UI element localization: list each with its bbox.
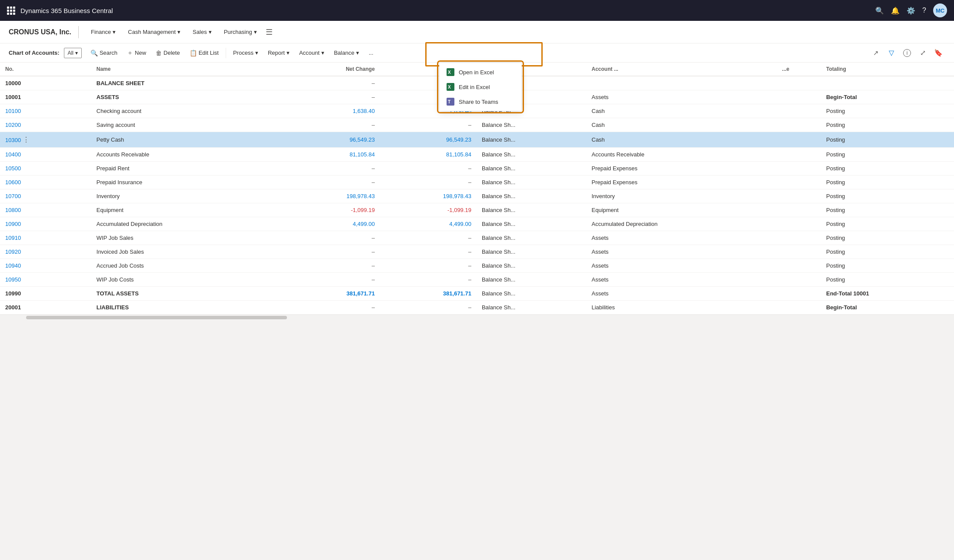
balance-button[interactable]: Balance ▾ [330, 47, 364, 58]
cell-income-ba: Balance Sh... [477, 245, 587, 259]
account-number-link[interactable]: 10700 [5, 193, 21, 199]
balance-value: 81,105.84 [446, 151, 471, 158]
open-in-excel-label: Open in Excel [459, 69, 494, 76]
account-number-link[interactable]: 10100 [5, 108, 21, 114]
cell-no[interactable]: 10400 [0, 148, 91, 162]
cell-no[interactable]: 10800 [0, 203, 91, 217]
account-name: Prepaid Insurance [97, 179, 143, 186]
cell-no[interactable]: 10700 [0, 189, 91, 203]
account-name: Saving account [97, 122, 135, 128]
expand-button[interactable]: ⤢ [916, 46, 930, 60]
cell-no: 10001 [0, 90, 91, 104]
account-number-link[interactable]: 10950 [5, 276, 21, 283]
nav-finance[interactable]: Finance ▾ [86, 26, 121, 38]
share-to-teams-item[interactable]: T Share to Teams [440, 94, 521, 109]
table-row: 10950WIP Job Costs––Balance Sh...AssetsP… [0, 273, 954, 287]
new-btn-icon: ＋ [127, 49, 133, 57]
more-button[interactable]: ... [364, 47, 378, 58]
account-number-link[interactable]: 10600 [5, 179, 21, 186]
report-button[interactable]: Report ▾ [264, 47, 294, 58]
new-button[interactable]: ＋ New [123, 47, 150, 59]
process-button[interactable]: Process ▾ [229, 47, 263, 58]
filter-dropdown[interactable]: All ▾ [64, 48, 82, 58]
cell-net-change: – [282, 90, 380, 104]
cell-col7 [777, 90, 821, 104]
balance-value: – [468, 235, 471, 241]
horizontal-scrollbar[interactable] [0, 315, 954, 320]
cell-no: 20001 [0, 301, 91, 315]
cell-no[interactable]: 10940 [0, 259, 91, 273]
cell-col7 [777, 148, 821, 162]
edit-in-excel-item[interactable]: X Edit in Excel [440, 80, 521, 94]
cell-net-change: – [282, 273, 380, 287]
nav-items: Finance ▾ Cash Management ▾ Sales ▾ Purc… [86, 26, 262, 38]
hamburger-icon[interactable]: ☰ [266, 27, 273, 37]
cell-income-ba: Balance Sh... [477, 217, 587, 231]
account-number-link[interactable]: 10910 [5, 235, 21, 241]
filter-button[interactable]: ▽ [884, 46, 898, 60]
cell-no[interactable]: 10100 [0, 104, 91, 118]
account-name: Accumulated Depreciation [97, 221, 163, 227]
account-name: Checking account [97, 108, 141, 114]
nav-sales[interactable]: Sales ▾ [187, 26, 217, 38]
nav-purchasing[interactable]: Purchasing ▾ [219, 26, 262, 38]
edit-list-button[interactable]: 📋 Edit List [185, 47, 223, 59]
search-icon[interactable]: 🔍 [875, 7, 884, 15]
cell-no[interactable]: 10920 [0, 245, 91, 259]
cell-totaling: Posting [821, 118, 954, 132]
cell-name: Accumulated Depreciation [91, 217, 282, 231]
cell-account: Assets [587, 287, 777, 301]
cell-no[interactable]: 10300⋮ [0, 132, 91, 148]
net-change-value: – [372, 276, 375, 283]
cell-balance: – [380, 273, 477, 287]
cell-no[interactable]: 10950 [0, 273, 91, 287]
balance-value: – [468, 262, 471, 269]
account-number-link[interactable]: 10940 [5, 262, 21, 269]
open-in-excel-item[interactable]: X Open in Excel [440, 65, 521, 80]
cell-no[interactable]: 10910 [0, 231, 91, 245]
cell-account: Assets [587, 273, 777, 287]
cell-col7 [777, 162, 821, 176]
info-icon: i [903, 49, 911, 57]
dropdown-menu: X Open in Excel X Edit in Excel T Share … [439, 63, 522, 111]
cell-totaling: Posting [821, 189, 954, 203]
nav-cash-management[interactable]: Cash Management ▾ [123, 26, 186, 38]
cell-no[interactable]: 10900 [0, 217, 91, 231]
bookmark-button[interactable]: 🔖 [931, 46, 945, 60]
help-icon[interactable]: ? [922, 7, 926, 14]
account-number-link[interactable]: 10300 [5, 137, 21, 143]
account-number-link[interactable]: 10920 [5, 249, 21, 255]
search-button[interactable]: 🔍 Search [86, 47, 122, 59]
delete-btn-icon: 🗑 [156, 50, 162, 56]
report-label: Report [268, 50, 285, 56]
bell-icon[interactable]: 🔔 [891, 7, 900, 15]
delete-button[interactable]: 🗑 Delete [151, 47, 184, 59]
row-context-menu[interactable]: ⋮ [21, 135, 31, 144]
account-number-link[interactable]: 10200 [5, 122, 21, 128]
net-change-value: – [372, 94, 375, 100]
col-name: Name [91, 63, 282, 76]
avatar[interactable]: MC [933, 3, 947, 17]
grid-icon[interactable] [7, 7, 15, 15]
cell-income-ba: Balance Sh... [477, 162, 587, 176]
cell-no[interactable]: 10500 [0, 162, 91, 176]
account-name: LIABILITIES [97, 304, 129, 311]
cell-income-ba: Balance Sh... [477, 189, 587, 203]
cell-no[interactable]: 10200 [0, 118, 91, 132]
more-label: ... [369, 50, 374, 56]
share-button[interactable]: ↗ [869, 46, 883, 60]
settings-icon[interactable]: ⚙️ [907, 7, 915, 15]
cell-account [587, 76, 777, 90]
account-number-link[interactable]: 10500 [5, 165, 21, 172]
cell-no[interactable]: 10600 [0, 176, 91, 189]
table-row: 10400Accounts Receivable81,105.8481,105.… [0, 148, 954, 162]
account-button[interactable]: Account ▾ [295, 47, 329, 58]
cell-col7 [777, 259, 821, 273]
account-number-link[interactable]: 10900 [5, 221, 21, 227]
col-account: Account ... [587, 63, 777, 76]
account-number-link[interactable]: 10800 [5, 207, 21, 213]
search-btn-label: Search [100, 50, 117, 56]
account-number-link[interactable]: 10400 [5, 151, 21, 158]
cell-totaling: Posting [821, 148, 954, 162]
info-button[interactable]: i [900, 46, 914, 60]
